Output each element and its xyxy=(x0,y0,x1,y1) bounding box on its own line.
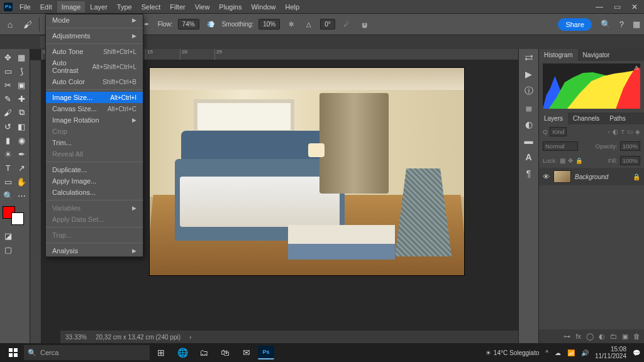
group-icon[interactable]: 🗀 xyxy=(610,332,617,340)
menu-item-auto-color[interactable]: Auto ColorShift+Ctrl+B xyxy=(46,76,143,87)
brush-tool-icon[interactable]: 🖌 xyxy=(21,18,34,31)
screenmode-icon[interactable]: ▢ xyxy=(1,243,15,256)
quickmask-icon[interactable]: ◪ xyxy=(1,229,15,243)
new-layer-icon[interactable]: ▣ xyxy=(622,332,628,341)
smoothing-options-icon[interactable]: ✲ xyxy=(285,18,297,31)
shape-tool-icon[interactable]: ▭ xyxy=(1,175,15,189)
menu-help[interactable]: Help xyxy=(281,1,304,13)
mail-icon[interactable]: ✉ xyxy=(236,344,257,361)
tab-navigator[interactable]: Navigator xyxy=(578,49,615,61)
status-chevron-icon[interactable]: › xyxy=(189,334,191,341)
menu-edit[interactable]: Edit xyxy=(36,1,57,13)
weather-widget[interactable]: ☀14°C Soleggiato xyxy=(486,349,539,356)
workspace-icon[interactable]: ▦ xyxy=(633,19,640,29)
fill-value[interactable]: 100% xyxy=(620,156,640,165)
eyedropper-tool-icon[interactable]: ✎ xyxy=(1,92,15,106)
history-panel-icon[interactable]: ⮂ xyxy=(525,53,533,63)
adjustments-panel-icon[interactable]: ◐ xyxy=(525,119,533,129)
filter-pixel-icon[interactable]: ▫ xyxy=(608,128,610,135)
menu-view[interactable]: View xyxy=(191,1,214,13)
edge-icon[interactable]: 🌐 xyxy=(172,344,192,361)
filter-shape-icon[interactable]: ▭ xyxy=(627,128,633,135)
libraries-panel-icon[interactable]: ▬ xyxy=(525,136,533,146)
menu-type[interactable]: Type xyxy=(113,1,136,13)
gradient-tool-icon[interactable]: ▮ xyxy=(1,133,15,147)
volume-icon[interactable]: 🔊 xyxy=(581,349,589,356)
type-tool-icon[interactable]: T xyxy=(1,161,15,175)
edit-toolbar-icon[interactable]: ⋯ xyxy=(15,189,29,202)
info-panel-icon[interactable]: ⓘ xyxy=(525,85,533,97)
move-tool-icon[interactable]: ✥ xyxy=(1,50,15,64)
tab-histogram[interactable]: Histogram xyxy=(539,49,578,61)
tab-paths[interactable]: Paths xyxy=(604,112,631,124)
menu-select[interactable]: Select xyxy=(137,1,165,13)
document-info[interactable]: 20,32 cm x 13,42 cm (240 ppi) xyxy=(96,334,180,341)
maximize-button[interactable]: ▭ xyxy=(611,3,623,11)
artboard-tool-icon[interactable]: ▦ xyxy=(15,50,29,64)
dodge-tool-icon[interactable]: ☀ xyxy=(1,147,15,161)
minimize-button[interactable]: — xyxy=(594,3,605,11)
angle-value[interactable]: 0° xyxy=(320,19,335,30)
hand-tool-icon[interactable]: ✋ xyxy=(15,175,29,189)
symmetry-icon[interactable]: ☄ xyxy=(340,18,353,31)
layer-opacity-value[interactable]: 100% xyxy=(620,141,640,151)
link-layers-icon[interactable]: ⊶ xyxy=(564,332,570,341)
frame-tool-icon[interactable]: ▣ xyxy=(15,78,29,92)
menu-layer[interactable]: Layer xyxy=(86,1,112,13)
filter-adjust-icon[interactable]: ◐ xyxy=(613,128,618,135)
zoom-tool-icon[interactable]: 🔍 xyxy=(1,189,15,202)
filter-kind-select[interactable]: Kind xyxy=(550,127,567,136)
mask-icon[interactable]: ◯ xyxy=(586,332,594,341)
onedrive-icon[interactable]: ☁ xyxy=(555,349,561,356)
menu-item-trim[interactable]: Trim... xyxy=(46,137,143,148)
color-swatch[interactable] xyxy=(3,206,28,225)
close-button[interactable]: ✕ xyxy=(629,3,640,11)
history-brush-icon[interactable]: ↺ xyxy=(1,119,15,133)
clock[interactable]: 15:0811/11/2024 xyxy=(595,346,626,359)
lock-all-icon[interactable]: 🔒 xyxy=(575,157,583,164)
menu-item-adjustments[interactable]: Adjustments▶ xyxy=(46,30,143,41)
fx-icon[interactable]: fx xyxy=(575,332,581,340)
menu-item-duplicate[interactable]: Duplicate... xyxy=(46,164,143,175)
notifications-icon[interactable]: 💬 xyxy=(633,349,640,356)
blur-tool-icon[interactable]: ◉ xyxy=(15,133,29,147)
crop-tool-icon[interactable]: ✂ xyxy=(1,78,15,92)
lock-pixels-icon[interactable]: ▦ xyxy=(560,157,565,164)
properties-panel-icon[interactable]: ≣ xyxy=(525,103,533,113)
butterfly-icon[interactable]: ൠ xyxy=(358,18,370,31)
document-canvas[interactable] xyxy=(150,68,464,275)
pen-tool-icon[interactable]: ✒ xyxy=(15,147,29,161)
lock-position-icon[interactable]: ✥ xyxy=(568,157,573,164)
eraser-tool-icon[interactable]: ◧ xyxy=(15,119,29,133)
menu-item-image-rotation[interactable]: Image Rotation▶ xyxy=(46,114,143,126)
filter-smart-icon[interactable]: ◈ xyxy=(635,128,640,135)
path-tool-icon[interactable]: ↗ xyxy=(15,161,29,175)
healing-tool-icon[interactable]: ✚ xyxy=(15,92,29,106)
smoothing-value[interactable]: 10% xyxy=(258,19,280,30)
blend-mode-select[interactable]: Normal xyxy=(543,141,578,151)
zoom-level[interactable]: 33.33% xyxy=(65,334,87,341)
play-panel-icon[interactable]: ▶ xyxy=(525,69,532,79)
layer-name[interactable]: Background xyxy=(575,173,608,180)
delete-layer-icon[interactable]: 🗑 xyxy=(633,332,640,340)
visibility-icon[interactable]: 👁 xyxy=(543,173,550,180)
menu-image[interactable]: Image xyxy=(57,1,86,13)
tray-chevron-icon[interactable]: ^ xyxy=(545,349,548,356)
search-icon[interactable]: 🔍 xyxy=(601,19,611,29)
help-icon[interactable]: ? xyxy=(619,19,624,29)
airbrush-icon[interactable]: 💨 xyxy=(204,18,217,31)
paragraph-panel-icon[interactable]: ¶ xyxy=(526,168,531,178)
filter-type-icon[interactable]: T xyxy=(621,128,625,135)
background-swatch[interactable] xyxy=(11,212,24,225)
brush-tool-icon[interactable]: 🖌 xyxy=(1,106,15,119)
lasso-tool-icon[interactable]: ⟆ xyxy=(15,64,29,78)
marquee-tool-icon[interactable]: ▭ xyxy=(1,64,15,78)
wifi-icon[interactable]: 📶 xyxy=(567,349,575,356)
photoshop-task-icon[interactable]: Ps xyxy=(258,346,274,359)
taskbar-search[interactable]: 🔍 Cerca xyxy=(24,345,150,360)
menu-plugins[interactable]: Plugins xyxy=(214,1,246,13)
menu-item-calculations[interactable]: Calculations... xyxy=(46,187,143,198)
flow-value[interactable]: 74% xyxy=(178,19,199,30)
menu-file[interactable]: File xyxy=(15,1,35,13)
stamp-tool-icon[interactable]: ⧉ xyxy=(15,106,29,119)
